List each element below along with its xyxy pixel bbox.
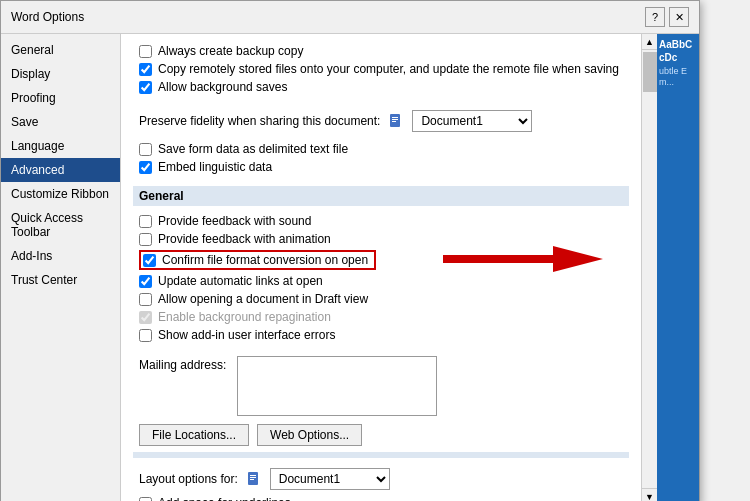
svg-marker-4: [443, 246, 603, 272]
feedback-animation-checkbox[interactable]: [139, 233, 152, 246]
dialog-body: General Display Proofing Save Language A…: [1, 34, 699, 501]
preserve-checkboxes-section: Save form data as delimited text file Em…: [133, 140, 629, 176]
feedback-sound-checkbox[interactable]: [139, 215, 152, 228]
option-confirm-file-format: Confirm file format conversion on open: [133, 248, 629, 272]
enable-bg-repag-checkbox[interactable]: [139, 311, 152, 324]
sidebar-item-customize-ribbon[interactable]: Customize Ribbon: [1, 182, 120, 206]
sidebar-item-quick-access-toolbar[interactable]: Quick Access Toolbar: [1, 206, 120, 244]
layout-section-header: [133, 452, 629, 458]
confirm-file-format-label: Confirm file format conversion on open: [162, 253, 368, 267]
copy-remotely-label: Copy remotely stored files onto your com…: [158, 62, 619, 76]
svg-rect-0: [390, 114, 400, 127]
sidebar: General Display Proofing Save Language A…: [1, 34, 121, 501]
svg-rect-7: [250, 477, 256, 478]
allow-draft-view-label: Allow opening a document in Draft view: [158, 292, 368, 306]
option-always-create-backup: Always create backup copy: [133, 42, 629, 60]
layout-doc-icon: [246, 471, 262, 487]
top-checkboxes-section: Always create backup copy Copy remotely …: [133, 42, 629, 96]
update-auto-links-checkbox[interactable]: [139, 275, 152, 288]
layout-options-label: Layout options for:: [139, 472, 238, 486]
embed-linguistic-label: Embed linguistic data: [158, 160, 272, 174]
general-section-header: General: [133, 186, 629, 206]
scrollbar-down-arrow[interactable]: ▼: [642, 488, 658, 501]
title-bar: Word Options ? ✕: [1, 1, 699, 34]
svg-rect-5: [248, 472, 258, 485]
save-form-data-label: Save form data as delimited text file: [158, 142, 348, 156]
title-bar-controls: ? ✕: [645, 7, 689, 27]
dialog-title: Word Options: [11, 10, 84, 24]
option-allow-draft-view: Allow opening a document in Draft view: [133, 290, 629, 308]
allow-draft-view-checkbox[interactable]: [139, 293, 152, 306]
layout-doc-select[interactable]: Document1: [270, 468, 390, 490]
confirm-file-format-checkbox[interactable]: [143, 254, 156, 267]
allow-background-saves-checkbox[interactable]: [139, 81, 152, 94]
right-panel-subtext: ubtle Em...: [659, 66, 697, 88]
save-form-data-checkbox[interactable]: [139, 143, 152, 156]
doc-icon: [388, 113, 404, 129]
sidebar-item-general[interactable]: General: [1, 38, 120, 62]
add-space-underlines-checkbox[interactable]: [139, 497, 152, 502]
main-content: Always create backup copy Copy remotely …: [121, 34, 641, 501]
confirm-file-format-highlight: Confirm file format conversion on open: [139, 250, 376, 270]
option-enable-bg-repag: Enable background repagination: [133, 308, 629, 326]
button-row: File Locations... Web Options...: [133, 418, 629, 452]
scrollbar-up-arrow[interactable]: ▲: [642, 34, 658, 50]
svg-rect-6: [250, 475, 256, 476]
preserve-fidelity-doc-select[interactable]: Document1: [412, 110, 532, 132]
show-addin-errors-label: Show add-in user interface errors: [158, 328, 335, 342]
svg-rect-3: [392, 121, 396, 122]
sidebar-item-language[interactable]: Language: [1, 134, 120, 158]
sidebar-item-trust-center[interactable]: Trust Center: [1, 268, 120, 292]
add-space-underlines-label: Add space for underlines: [158, 496, 291, 501]
sidebar-item-display[interactable]: Display: [1, 62, 120, 86]
file-locations-button[interactable]: File Locations...: [139, 424, 249, 446]
svg-rect-1: [392, 117, 398, 118]
option-update-auto-links: Update automatic links at open: [133, 272, 629, 290]
preserve-fidelity-label: Preserve fidelity when sharing this docu…: [139, 114, 380, 128]
option-feedback-sound: Provide feedback with sound: [133, 212, 629, 230]
document-icon: [388, 113, 404, 129]
svg-rect-2: [392, 119, 398, 120]
always-create-backup-checkbox[interactable]: [139, 45, 152, 58]
web-options-button[interactable]: Web Options...: [257, 424, 362, 446]
option-copy-remotely: Copy remotely stored files onto your com…: [133, 60, 629, 78]
allow-background-saves-label: Allow background saves: [158, 80, 287, 94]
scrollbar[interactable]: ▲ ▼: [641, 34, 657, 501]
layout-document-icon: [246, 471, 262, 487]
general-section: General Provide feedback with sound Prov…: [133, 186, 629, 344]
feedback-animation-label: Provide feedback with animation: [158, 232, 331, 246]
option-add-space-underlines: Add space for underlines: [133, 494, 629, 501]
red-arrow-icon: [443, 246, 603, 272]
layout-options-row: Layout options for: Document1: [133, 464, 629, 494]
mailing-address-input[interactable]: [237, 356, 437, 416]
layout-checkboxes-section: Add space for underlines Adjust line hei…: [133, 494, 629, 501]
sidebar-item-add-ins[interactable]: Add-Ins: [1, 244, 120, 268]
copy-remotely-checkbox[interactable]: [139, 63, 152, 76]
always-create-backup-label: Always create backup copy: [158, 44, 303, 58]
enable-bg-repag-label: Enable background repagination: [158, 310, 331, 324]
option-save-form-data: Save form data as delimited text file: [133, 140, 629, 158]
option-embed-linguistic: Embed linguistic data: [133, 158, 629, 176]
svg-rect-8: [250, 479, 254, 480]
scrollbar-thumb[interactable]: [643, 52, 657, 92]
preserve-fidelity-row: Preserve fidelity when sharing this docu…: [133, 106, 629, 136]
show-addin-errors-checkbox[interactable]: [139, 329, 152, 342]
close-button[interactable]: ✕: [669, 7, 689, 27]
right-panel-text: AaBbCcDc: [659, 38, 697, 64]
mailing-address-row: Mailing address:: [133, 354, 629, 418]
right-panel: AaBbCcDc ubtle Em...: [657, 34, 699, 501]
update-auto-links-label: Update automatic links at open: [158, 274, 323, 288]
mailing-address-label: Mailing address:: [139, 356, 229, 372]
option-show-addin-errors: Show add-in user interface errors: [133, 326, 629, 344]
option-allow-background-saves: Allow background saves: [133, 78, 629, 96]
sidebar-item-proofing[interactable]: Proofing: [1, 86, 120, 110]
sidebar-item-advanced[interactable]: Advanced: [1, 158, 120, 182]
sidebar-item-save[interactable]: Save: [1, 110, 120, 134]
help-button[interactable]: ?: [645, 7, 665, 27]
feedback-sound-label: Provide feedback with sound: [158, 214, 311, 228]
embed-linguistic-checkbox[interactable]: [139, 161, 152, 174]
